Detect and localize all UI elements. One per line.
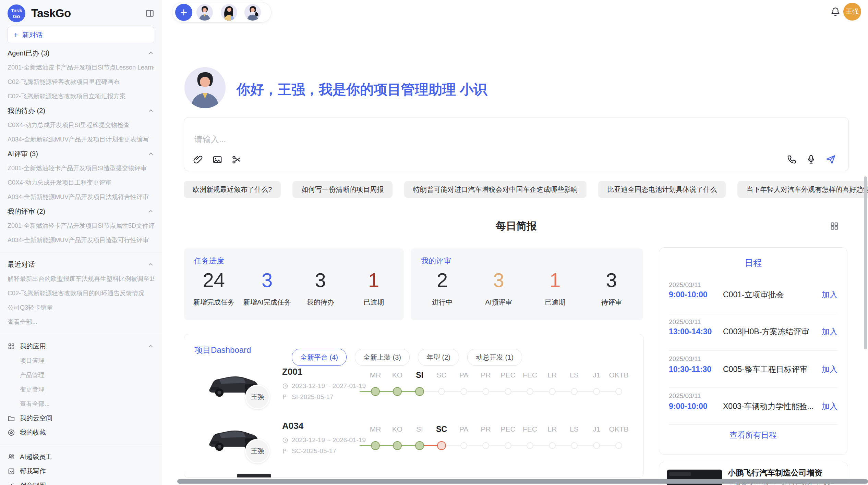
event-row: 13:00-14:30 C003|H0B-方案冻结评审 加入	[669, 326, 837, 337]
vertical-scrollbar[interactable]	[864, 176, 867, 349]
milestone-node	[593, 442, 600, 449]
milestone-label: J1	[593, 371, 600, 379]
section-my-apps[interactable]: 我的应用	[8, 339, 154, 353]
milestone-node	[571, 442, 578, 449]
list-item[interactable]: Z001-全新燃油轻卡产品开发项目SI造型提交物评审	[8, 161, 154, 175]
event-time: 10:30-11:30	[669, 365, 723, 374]
chevron-up-icon	[147, 343, 154, 350]
list-item[interactable]: C02-飞腾新能源轻客改款项目里程碑画布	[8, 75, 154, 89]
composer-right-icons	[787, 154, 836, 165]
briefing-title: 每日简报	[184, 219, 849, 233]
list-item[interactable]: C0X4-动力总成开发项目工程变更评审	[8, 175, 154, 190]
milestone-label: LR	[548, 371, 557, 379]
sidebar-item-creative-draw[interactable]: 创意制图	[8, 478, 154, 485]
sidebar-item-product-mgmt[interactable]: 产品管理	[8, 368, 154, 382]
filter-tab[interactable]: 动总开发 (1)	[467, 349, 522, 366]
sidebar-item-change-mgmt[interactable]: 变更管理	[8, 382, 154, 397]
image-icon[interactable]	[212, 154, 222, 165]
sidebar-item-ai-employee[interactable]: AI超级员工	[8, 450, 154, 464]
sidebar-item-project-mgmt[interactable]: 项目管理	[8, 353, 154, 368]
app-title: TaskGo	[31, 7, 71, 20]
list-item[interactable]: 解释最新出台的欧盟报废车法规再生塑料比例被调至15%...	[8, 272, 154, 286]
sidebar-item-label: 我的收藏	[20, 428, 46, 437]
milestone-node	[615, 442, 622, 449]
event-row: 9:00-10:00 X003-车辆动力学性能验... 加入	[669, 401, 837, 412]
list-item[interactable]: C02-飞腾新能源轻客改款项目立项汇报方案	[8, 89, 154, 103]
new-chat-label: 新对话	[22, 30, 43, 40]
milestone-node	[371, 387, 380, 396]
list-item[interactable]: A034-全新新能源MUV产品开发项目计划变更表编写	[8, 132, 154, 147]
layout-grid-icon[interactable]	[830, 221, 839, 231]
chevron-up-icon	[147, 50, 154, 57]
stat: 24新增完成任务	[187, 266, 241, 307]
chat-input[interactable]: 请输入...	[194, 134, 226, 145]
scissors-icon[interactable]	[231, 154, 242, 165]
sidebar-item-cloud-space[interactable]: 我的云空间	[8, 411, 154, 425]
milestone-node	[482, 442, 489, 449]
milestone-label: PEC	[501, 371, 515, 379]
project-flag-date: SI-2025-05-17	[282, 393, 333, 401]
avatar[interactable]	[244, 4, 261, 21]
list-item[interactable]: 公司Q3轻卡销量	[8, 300, 154, 315]
milestone-label-current: SC	[436, 425, 447, 433]
milestone-line-done	[360, 391, 420, 392]
milestone-label: FEC	[523, 371, 537, 379]
section-my-review[interactable]: 我的评审 (2)	[8, 204, 154, 219]
project-code[interactable]: A034	[282, 421, 303, 431]
stat: 1已逾期	[347, 266, 401, 307]
avatar[interactable]	[196, 4, 213, 21]
join-button[interactable]: 加入	[822, 326, 837, 337]
add-session-button[interactable]	[175, 4, 192, 21]
list-item[interactable]: Z001-全新燃油轻卡产品开发项目SI节点属性5D文件评审	[8, 219, 154, 233]
suggestion-chip[interactable]: 比亚迪全固态电池计划具体说了什么	[598, 181, 726, 198]
microphone-icon[interactable]	[806, 154, 816, 164]
join-button[interactable]: 加入	[822, 401, 837, 412]
milestone-node	[393, 387, 402, 396]
suggestion-chip[interactable]: 如何写一份清晰的项目周报	[292, 181, 393, 198]
session-pill	[172, 2, 272, 23]
notification-bell-icon[interactable]	[830, 6, 841, 16]
divider	[669, 350, 837, 351]
sidebar-item-help-write[interactable]: 帮我写作	[8, 464, 154, 478]
event-date: 2025/03/11	[669, 318, 701, 326]
list-item[interactable]: A034-全新新能源MUV产品开发项目法规符合性评审	[8, 190, 154, 204]
sidebar-item-label: AI超级员工	[20, 452, 52, 461]
milestone-label: MR	[370, 425, 381, 433]
list-item[interactable]: C02-飞腾新能源轻客改款项目的闭环通告反馈情况	[8, 286, 154, 300]
paperclip-icon[interactable]	[193, 154, 203, 165]
section-agent-done[interactable]: Agent已办 (3)	[8, 46, 154, 60]
suggestion-chip[interactable]: 欧洲新规最近颁布了什么?	[184, 181, 281, 198]
avatar[interactable]	[221, 4, 237, 21]
horizontal-scrollbar[interactable]	[177, 479, 868, 484]
project-owner-avatar: 王强	[245, 385, 270, 409]
list-item[interactable]: A034-全新新能源MUV产品开发项目造型可行性评审	[8, 233, 154, 247]
chevron-up-icon	[147, 261, 154, 268]
phone-icon[interactable]	[787, 154, 797, 164]
sidebar-collapse-icon[interactable]	[145, 9, 154, 18]
user-avatar[interactable]: 王强	[843, 3, 861, 21]
new-chat-button[interactable]: + 新对话	[8, 27, 154, 43]
project-dates: 2023-12-19 ~ 2027-01-19	[282, 382, 366, 390]
sidebar-item-favorites[interactable]: 我的收藏	[8, 425, 154, 440]
filter-tab[interactable]: 年型 (2)	[418, 349, 459, 366]
join-button[interactable]: 加入	[822, 289, 837, 300]
filter-tab[interactable]: 全新上装 (3)	[355, 349, 410, 366]
send-icon[interactable]	[825, 154, 836, 165]
view-all-chats[interactable]: 查看全部...	[8, 315, 154, 329]
section-my-todo[interactable]: 我的待办 (2)	[8, 103, 154, 118]
list-item[interactable]: C0X4-动力总成开发项目SI里程碑提交物检查	[8, 118, 154, 132]
filter-tab[interactable]: 全新平台 (4)	[292, 349, 347, 366]
section-ai-review[interactable]: AI评审 (3)	[8, 147, 154, 161]
view-all-schedule[interactable]: 查看所有日程	[659, 430, 847, 440]
section-recent-chats[interactable]: 最近对话	[8, 257, 154, 272]
list-item[interactable]: Z001-全新燃油皮卡产品开发项目SI节点Lesson Learn报告	[8, 60, 154, 75]
view-all-apps[interactable]: 查看全部...	[8, 397, 154, 411]
schedule-card: 日程 2025/03/11 9:00-10:00 C001-立项审批会 加入 2…	[659, 247, 847, 455]
suggestion-chip[interactable]: 特朗普可能对进口汽车增税会对中国车企造成哪些影响	[404, 181, 587, 198]
project-code[interactable]: Z001	[282, 366, 302, 377]
join-button[interactable]: 加入	[822, 364, 837, 375]
suggestion-chip[interactable]: 当下年轻人对汽车外观有怎样的喜好趋势	[737, 181, 868, 198]
sidebar: Task Go TaskGo + 新对话 Agent已办 (3) Z001-全新…	[0, 0, 162, 485]
divider	[669, 387, 837, 388]
flag-icon	[282, 448, 288, 454]
